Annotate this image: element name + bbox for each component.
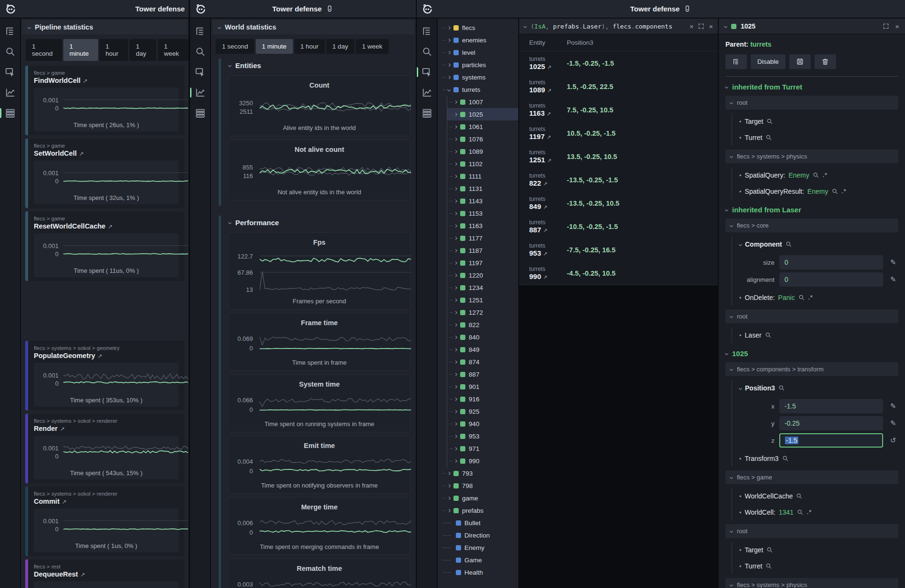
tree-item-793[interactable]: 793 xyxy=(438,467,518,479)
system-name-link[interactable]: ResetWorldCellCache↗ xyxy=(34,222,179,230)
stats-icon[interactable] xyxy=(194,107,206,119)
tree-button[interactable] xyxy=(725,54,747,69)
stats-icon[interactable] xyxy=(421,107,433,119)
chevron-down-icon[interactable] xyxy=(523,24,527,28)
component-item-Target[interactable]: •Target xyxy=(732,542,898,558)
tab-1-day[interactable]: 1 day xyxy=(326,39,354,54)
entity-cell[interactable]: turrets953↗ xyxy=(519,242,567,257)
tree-icon[interactable] xyxy=(194,25,206,37)
entity-cell[interactable]: turrets990↗ xyxy=(519,266,567,280)
edit-pencil-icon[interactable]: ✎ xyxy=(888,419,898,428)
query-result-row[interactable]: turrets990↗-4.5, -0.25, 10.5 xyxy=(519,261,718,285)
tree-item-849[interactable]: 849 xyxy=(447,343,518,356)
chevron-down-icon[interactable] xyxy=(447,88,451,91)
inspect-icon[interactable] xyxy=(421,66,433,78)
inspect-icon[interactable] xyxy=(194,66,206,78)
tab-1-minute[interactable]: 1 minute xyxy=(63,39,98,61)
component-item-Transform3[interactable]: •Transform3 xyxy=(732,450,898,467)
field-input-size[interactable]: 0 xyxy=(779,255,883,269)
entity-cell[interactable]: turrets1089↗ xyxy=(519,79,567,94)
tree-item-enemies[interactable]: enemies xyxy=(438,34,518,46)
chevron-right-icon[interactable] xyxy=(454,310,457,314)
component-item-WorldCellCache[interactable]: •WorldCellCache xyxy=(732,488,898,504)
tree-item-840[interactable]: 840 xyxy=(447,331,518,343)
fullscreen-icon[interactable] xyxy=(698,23,704,30)
chevron-right-icon[interactable] xyxy=(447,471,451,475)
component-item-Position3[interactable]: Position3 xyxy=(732,380,898,396)
chevron-right-icon[interactable] xyxy=(454,385,457,388)
entity-id-link[interactable]: 822↗ xyxy=(529,179,567,187)
system-name-link[interactable]: Render↗ xyxy=(34,425,179,432)
entity-id-link[interactable]: 849↗ xyxy=(529,202,567,210)
component-item-WorldCell[interactable]: •WorldCell:1341.* xyxy=(732,504,898,520)
chevron-right-icon[interactable] xyxy=(454,187,457,190)
component-group-header[interactable]: flecs > systems > physics xyxy=(725,578,898,588)
entity-cell[interactable]: turrets849↗ xyxy=(519,196,567,210)
entity-id-link[interactable]: 1089↗ xyxy=(529,86,567,94)
magnifier-icon[interactable] xyxy=(766,547,773,553)
tree-item-925[interactable]: 925 xyxy=(447,405,518,418)
tree-item-1153[interactable]: 1153 xyxy=(447,207,518,219)
tree-item-1111[interactable]: 1111 xyxy=(447,170,518,182)
field-input-alignment[interactable]: 0 xyxy=(779,272,883,287)
section-header[interactable]: Performance xyxy=(228,216,411,232)
entity-cell[interactable]: turrets1163↗ xyxy=(519,102,567,117)
magnifier-icon[interactable] xyxy=(782,455,789,462)
tree-icon[interactable] xyxy=(4,25,16,37)
component-group-header[interactable]: flecs > game xyxy=(725,470,898,484)
component-item-Turret[interactable]: •Turret xyxy=(732,130,898,146)
tree-item-Direction[interactable]: Direction xyxy=(438,529,518,541)
inspector-section-header[interactable]: inherited from Turret xyxy=(725,83,898,91)
tab-1-second[interactable]: 1 second xyxy=(26,39,62,61)
query-result-row[interactable]: turrets822↗-13.5, -0.25, -1.5 xyxy=(519,168,718,191)
query-result-row[interactable]: turrets1163↗7.5, -0.25, 10.5 xyxy=(519,98,718,121)
chevron-right-icon[interactable] xyxy=(454,447,457,450)
entity-cell[interactable]: turrets1025↗ xyxy=(519,56,567,70)
tree-item-1197[interactable]: 1197 xyxy=(447,257,518,269)
tree-item-prefabs[interactable]: prefabs xyxy=(438,504,518,517)
tab-1-hour[interactable]: 1 hour xyxy=(294,39,325,54)
magnifier-icon[interactable] xyxy=(796,493,803,499)
system-name-link[interactable]: SetWorldCell↗ xyxy=(34,149,179,157)
inspector-section-header[interactable]: inherited from Laser xyxy=(725,206,898,214)
chevron-right-icon[interactable] xyxy=(454,298,457,301)
tree-item-916[interactable]: 916 xyxy=(447,393,518,405)
component-item-Component[interactable]: Component xyxy=(732,236,898,252)
tree-item-Enemy[interactable]: Enemy xyxy=(438,541,518,554)
chart-icon[interactable] xyxy=(4,87,16,99)
entity-id-link[interactable]: 1163↗ xyxy=(529,109,567,117)
chevron-right-icon[interactable] xyxy=(454,335,457,339)
search-icon[interactable] xyxy=(421,46,433,58)
query-result-row[interactable]: turrets887↗-10.5, -0.25, -1.5 xyxy=(519,215,718,238)
section-header[interactable]: Entities xyxy=(228,59,411,75)
tree-item-Health[interactable]: Health xyxy=(438,566,518,578)
chevron-right-icon[interactable] xyxy=(454,199,457,202)
pair-icon[interactable]: .* xyxy=(807,509,812,516)
entity-id-link[interactable]: 1251↗ xyxy=(529,156,567,164)
system-name-link[interactable]: Commit↗ xyxy=(34,498,179,505)
chevron-down-icon[interactable] xyxy=(724,24,727,28)
panel-header[interactable]: Pipeline statistics xyxy=(22,20,187,34)
edit-pencil-icon[interactable]: ✎ xyxy=(888,258,898,267)
magnifier-icon[interactable] xyxy=(778,385,785,391)
chevron-right-icon[interactable] xyxy=(454,211,457,215)
tree-item-1076[interactable]: 1076 xyxy=(447,133,518,145)
stats-icon[interactable] xyxy=(4,107,16,119)
component-item-Laser[interactable]: •Laser xyxy=(732,327,898,343)
chevron-right-icon[interactable] xyxy=(454,397,457,400)
component-item-SpatialQuery[interactable]: •SpatialQuery:Enemy.* xyxy=(732,167,898,183)
magnifier-icon[interactable] xyxy=(832,188,838,195)
trash-button[interactable] xyxy=(814,54,836,69)
chevron-right-icon[interactable] xyxy=(454,249,457,252)
chevron-right-icon[interactable] xyxy=(454,125,457,128)
close-icon[interactable]: × xyxy=(895,23,899,30)
tree-item-systems[interactable]: systems xyxy=(438,71,518,83)
chevron-right-icon[interactable] xyxy=(454,236,457,239)
inspect-icon[interactable] xyxy=(4,66,16,78)
component-group-header[interactable]: root xyxy=(725,309,898,323)
chevron-right-icon[interactable] xyxy=(454,137,457,140)
disable-button[interactable]: Disable xyxy=(751,54,785,69)
field-input-z[interactable]: -1.5 xyxy=(779,433,883,448)
chart-icon[interactable] xyxy=(421,87,433,99)
save-button[interactable] xyxy=(789,54,811,69)
